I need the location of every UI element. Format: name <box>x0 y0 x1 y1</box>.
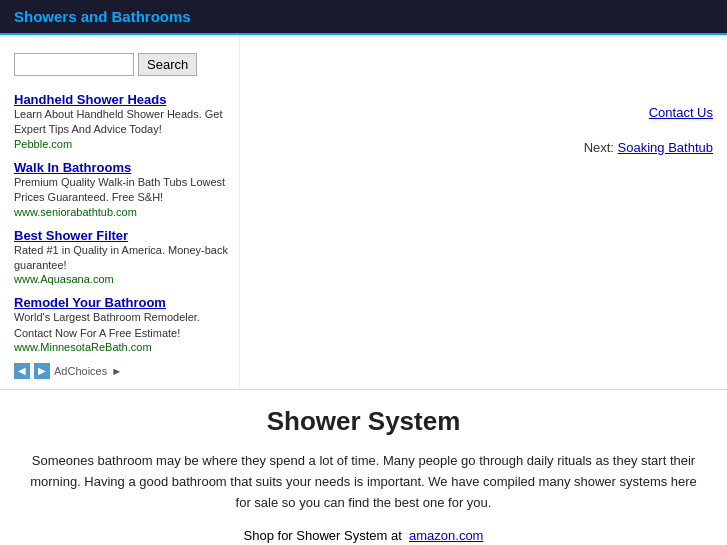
contact-us-link[interactable]: Contact Us <box>254 105 713 120</box>
ad-item: Remodel Your Bathroom World's Largest Ba… <box>14 295 229 353</box>
article-intro: Someones bathroom may be where they spen… <box>20 451 707 513</box>
search-form: Search <box>14 53 229 76</box>
ad-description: Rated #1 in Quality in America. Money-ba… <box>14 243 229 274</box>
left-sidebar: Search Handheld Shower Heads Learn About… <box>0 35 240 389</box>
ad-description: World's Largest Bathroom Remodeler. Cont… <box>14 310 229 341</box>
prev-arrow[interactable]: ◀ <box>14 363 30 379</box>
adchoices-bar: ◀ ▶ AdChoices ► <box>14 363 229 379</box>
right-panel: Contact Us Next: Soaking Bathtub <box>240 35 727 389</box>
ad-title[interactable]: Best Shower Filter <box>14 228 229 243</box>
site-title[interactable]: Showers and Bathrooms <box>14 8 191 25</box>
adchoices-label: AdChoices <box>54 365 107 377</box>
ad-item: Handheld Shower Heads Learn About Handhe… <box>14 92 229 150</box>
search-button[interactable]: Search <box>138 53 197 76</box>
adchoices-icon: ► <box>111 365 122 377</box>
ad-title[interactable]: Remodel Your Bathroom <box>14 295 229 310</box>
ad-url: www.seniorabathtub.com <box>14 206 229 218</box>
shop-link[interactable]: amazon.com <box>409 528 483 543</box>
search-input[interactable] <box>14 53 134 76</box>
ad-description: Learn About Handheld Shower Heads. Get E… <box>14 107 229 138</box>
shop-line: Shop for Shower System at amazon.com <box>20 528 707 543</box>
ad-url: www.MinnesotaReBath.com <box>14 341 229 353</box>
ad-title[interactable]: Handheld Shower Heads <box>14 92 229 107</box>
ad-item: Walk In Bathrooms Premium Quality Walk-i… <box>14 160 229 218</box>
next-article-link[interactable]: Soaking Bathtub <box>618 140 713 155</box>
next-link: Next: Soaking Bathtub <box>254 140 713 155</box>
next-label: Next: <box>584 140 614 155</box>
article-title: Shower System <box>20 406 707 437</box>
ad-title[interactable]: Walk In Bathrooms <box>14 160 229 175</box>
header: Showers and Bathrooms <box>0 0 727 35</box>
article-section: Shower System Someones bathroom may be w… <box>0 389 727 545</box>
shop-prefix: Shop for Shower System at <box>244 528 402 543</box>
next-arrow[interactable]: ▶ <box>34 363 50 379</box>
ad-description: Premium Quality Walk-in Bath Tubs Lowest… <box>14 175 229 206</box>
ad-url: www.Aquasana.com <box>14 273 229 285</box>
ad-url: Pebble.com <box>14 138 229 150</box>
ad-item: Best Shower Filter Rated #1 in Quality i… <box>14 228 229 286</box>
